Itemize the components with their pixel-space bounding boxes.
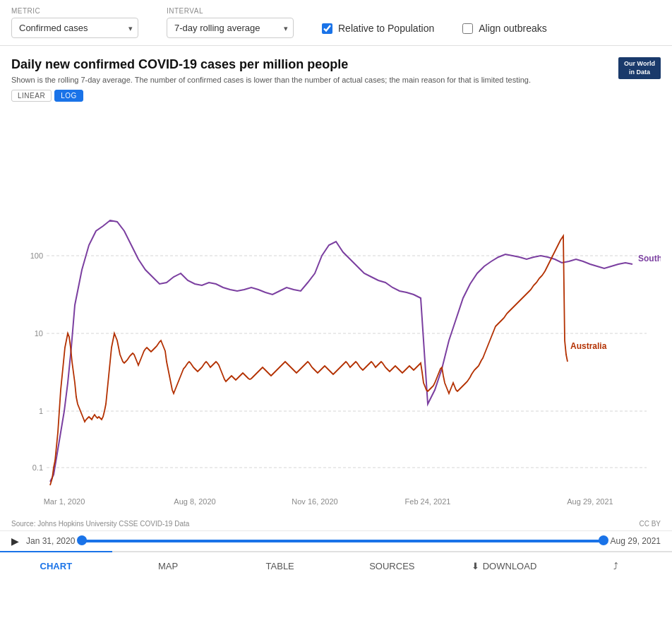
download-icon: ⬇ bbox=[472, 561, 479, 571]
line-chart: 100 10 1 0.1 Mar 1, 2020 Aug 8, 2020 Nov… bbox=[11, 107, 661, 517]
tab-download[interactable]: ⬇ DOWNLOAD bbox=[448, 551, 560, 580]
svg-text:Feb 24, 2021: Feb 24, 2021 bbox=[405, 497, 451, 506]
svg-text:Aug 8, 2020: Aug 8, 2020 bbox=[174, 497, 215, 506]
map-tab-label: MAP bbox=[158, 561, 178, 571]
slider-fill bbox=[82, 540, 603, 542]
chart-subtitle: Shown is the rolling 7-day average. The … bbox=[11, 75, 548, 85]
sources-tab-label: SOURCES bbox=[369, 561, 414, 571]
log-scale-button[interactable]: LOG bbox=[54, 90, 83, 102]
svg-text:Mar 1, 2020: Mar 1, 2020 bbox=[44, 497, 85, 506]
interval-select-wrapper: 7-day rolling average ▾ bbox=[167, 18, 294, 38]
chart-title-block: Daily new confirmed COVID-19 cases per m… bbox=[11, 57, 618, 85]
metric-select[interactable]: Confirmed cases bbox=[11, 18, 138, 38]
tab-map[interactable]: MAP bbox=[112, 551, 224, 580]
controls-bar: METRIC Confirmed cases ▾ INTERVAL 7-day … bbox=[0, 0, 672, 46]
linear-scale-button[interactable]: LINEAR bbox=[11, 90, 52, 102]
metric-label: METRIC bbox=[11, 7, 138, 15]
interval-select[interactable]: 7-day rolling average bbox=[167, 18, 294, 38]
timeline-start-date: Jan 31, 2020 bbox=[26, 536, 75, 546]
australia-line bbox=[50, 236, 568, 485]
table-tab-label: TABLE bbox=[266, 561, 294, 571]
align-outbreaks-checkbox[interactable] bbox=[462, 23, 473, 34]
timeline-bar: ▶ Jan 31, 2020 Aug 29, 2021 bbox=[0, 530, 672, 551]
scale-buttons: LINEAR LOG bbox=[11, 90, 661, 102]
share-icon: ⤴ bbox=[613, 561, 618, 571]
relative-population-label: Relative to Population bbox=[338, 23, 434, 34]
svg-text:10: 10 bbox=[35, 329, 43, 338]
slider-thumb-right[interactable] bbox=[599, 535, 608, 545]
bottom-tabs: CHART MAP TABLE SOURCES ⬇ DOWNLOAD ⤴ bbox=[0, 551, 672, 580]
license-text: CC BY bbox=[639, 520, 661, 528]
tab-chart[interactable]: CHART bbox=[0, 551, 112, 580]
interval-control: INTERVAL 7-day rolling average ▾ bbox=[167, 7, 294, 38]
timeline-end-date: Aug 29, 2021 bbox=[611, 536, 661, 546]
australia-label: Australia bbox=[570, 341, 607, 351]
tab-table[interactable]: TABLE bbox=[224, 551, 336, 580]
svg-text:100: 100 bbox=[30, 251, 43, 260]
align-outbreaks-label: Align outbreaks bbox=[479, 23, 547, 34]
slider-thumb-left[interactable] bbox=[77, 535, 87, 545]
owid-logo[interactable]: Our Worldin Data bbox=[618, 57, 661, 79]
source-text: Source: Johns Hopkins University CSSE CO… bbox=[11, 520, 189, 528]
relative-population-group: Relative to Population bbox=[322, 23, 434, 34]
timeline-slider[interactable] bbox=[82, 539, 603, 543]
chart-header: Daily new confirmed COVID-19 cases per m… bbox=[11, 57, 661, 85]
interval-label: INTERVAL bbox=[167, 7, 294, 15]
source-line: Source: Johns Hopkins University CSSE CO… bbox=[0, 517, 672, 530]
chart-container: Daily new confirmed COVID-19 cases per m… bbox=[0, 46, 672, 517]
svg-text:Aug 29, 2021: Aug 29, 2021 bbox=[567, 497, 613, 506]
play-button[interactable]: ▶ bbox=[11, 535, 19, 547]
south-africa-line bbox=[50, 220, 632, 482]
svg-text:1: 1 bbox=[39, 407, 43, 415]
tab-sources[interactable]: SOURCES bbox=[336, 551, 448, 580]
tab-share[interactable]: ⤴ bbox=[560, 551, 672, 580]
metric-select-wrapper: Confirmed cases ▾ bbox=[11, 18, 138, 38]
south-africa-label: South Africa bbox=[638, 254, 661, 263]
metric-control: METRIC Confirmed cases ▾ bbox=[11, 7, 138, 38]
download-tab-label: DOWNLOAD bbox=[483, 561, 537, 571]
chart-tab-label: CHART bbox=[40, 561, 73, 571]
svg-text:Nov 16, 2020: Nov 16, 2020 bbox=[292, 497, 337, 506]
svg-text:0.1: 0.1 bbox=[32, 463, 43, 472]
align-outbreaks-group: Align outbreaks bbox=[462, 23, 547, 34]
chart-title: Daily new confirmed COVID-19 cases per m… bbox=[11, 57, 618, 72]
relative-population-checkbox[interactable] bbox=[322, 23, 332, 34]
